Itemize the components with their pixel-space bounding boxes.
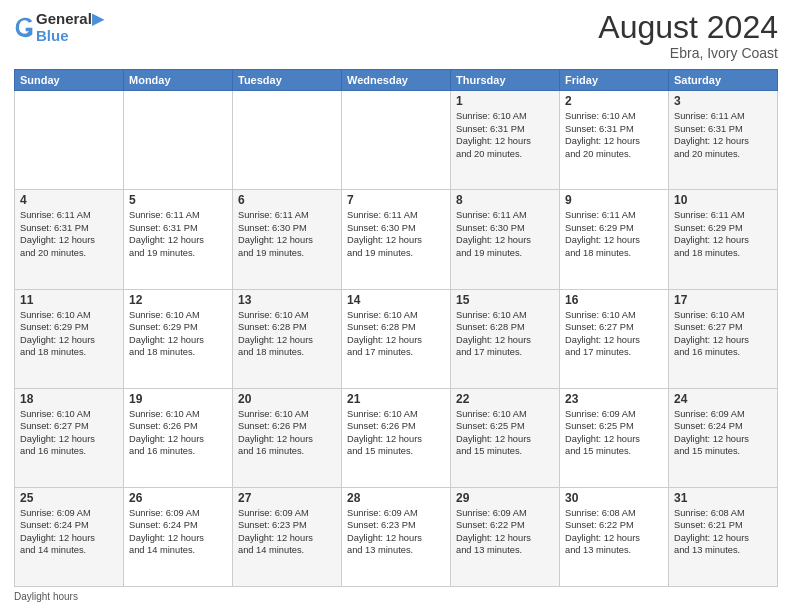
day-cell-0-1 [124, 91, 233, 190]
col-friday: Friday [560, 70, 669, 91]
day-number: 28 [347, 491, 445, 505]
day-info: Sunrise: 6:10 AM Sunset: 6:31 PM Dayligh… [565, 110, 663, 160]
day-info: Sunrise: 6:10 AM Sunset: 6:27 PM Dayligh… [674, 309, 772, 359]
day-info: Sunrise: 6:10 AM Sunset: 6:31 PM Dayligh… [456, 110, 554, 160]
week-row-5: 25Sunrise: 6:09 AM Sunset: 6:24 PM Dayli… [15, 487, 778, 586]
calendar-header-row: Sunday Monday Tuesday Wednesday Thursday… [15, 70, 778, 91]
day-info: Sunrise: 6:11 AM Sunset: 6:31 PM Dayligh… [674, 110, 772, 160]
day-number: 11 [20, 293, 118, 307]
day-cell-3-2: 20Sunrise: 6:10 AM Sunset: 6:26 PM Dayli… [233, 388, 342, 487]
day-info: Sunrise: 6:10 AM Sunset: 6:28 PM Dayligh… [456, 309, 554, 359]
day-number: 7 [347, 193, 445, 207]
col-monday: Monday [124, 70, 233, 91]
day-cell-2-0: 11Sunrise: 6:10 AM Sunset: 6:29 PM Dayli… [15, 289, 124, 388]
week-row-2: 4Sunrise: 6:11 AM Sunset: 6:31 PM Daylig… [15, 190, 778, 289]
day-info: Sunrise: 6:10 AM Sunset: 6:29 PM Dayligh… [129, 309, 227, 359]
calendar-table: Sunday Monday Tuesday Wednesday Thursday… [14, 69, 778, 587]
day-cell-4-2: 27Sunrise: 6:09 AM Sunset: 6:23 PM Dayli… [233, 487, 342, 586]
day-info: Sunrise: 6:09 AM Sunset: 6:25 PM Dayligh… [565, 408, 663, 458]
day-number: 20 [238, 392, 336, 406]
logo: General▶ Blue [14, 10, 104, 45]
location: Ebra, Ivory Coast [598, 45, 778, 61]
day-number: 31 [674, 491, 772, 505]
day-number: 15 [456, 293, 554, 307]
col-thursday: Thursday [451, 70, 560, 91]
day-info: Sunrise: 6:11 AM Sunset: 6:30 PM Dayligh… [456, 209, 554, 259]
day-info: Sunrise: 6:09 AM Sunset: 6:23 PM Dayligh… [238, 507, 336, 557]
week-row-4: 18Sunrise: 6:10 AM Sunset: 6:27 PM Dayli… [15, 388, 778, 487]
day-cell-3-3: 21Sunrise: 6:10 AM Sunset: 6:26 PM Dayli… [342, 388, 451, 487]
day-cell-3-0: 18Sunrise: 6:10 AM Sunset: 6:27 PM Dayli… [15, 388, 124, 487]
day-info: Sunrise: 6:09 AM Sunset: 6:24 PM Dayligh… [129, 507, 227, 557]
day-cell-2-2: 13Sunrise: 6:10 AM Sunset: 6:28 PM Dayli… [233, 289, 342, 388]
day-cell-3-5: 23Sunrise: 6:09 AM Sunset: 6:25 PM Dayli… [560, 388, 669, 487]
day-cell-0-4: 1Sunrise: 6:10 AM Sunset: 6:31 PM Daylig… [451, 91, 560, 190]
day-number: 13 [238, 293, 336, 307]
day-info: Sunrise: 6:09 AM Sunset: 6:23 PM Dayligh… [347, 507, 445, 557]
day-cell-0-5: 2Sunrise: 6:10 AM Sunset: 6:31 PM Daylig… [560, 91, 669, 190]
day-number: 21 [347, 392, 445, 406]
day-info: Sunrise: 6:10 AM Sunset: 6:27 PM Dayligh… [565, 309, 663, 359]
day-info: Sunrise: 6:11 AM Sunset: 6:29 PM Dayligh… [674, 209, 772, 259]
day-info: Sunrise: 6:08 AM Sunset: 6:21 PM Dayligh… [674, 507, 772, 557]
day-number: 29 [456, 491, 554, 505]
day-info: Sunrise: 6:11 AM Sunset: 6:30 PM Dayligh… [347, 209, 445, 259]
page: General▶ Blue August 2024 Ebra, Ivory Co… [0, 0, 792, 612]
day-number: 17 [674, 293, 772, 307]
day-info: Sunrise: 6:10 AM Sunset: 6:26 PM Dayligh… [347, 408, 445, 458]
day-info: Sunrise: 6:11 AM Sunset: 6:31 PM Dayligh… [129, 209, 227, 259]
day-cell-1-6: 10Sunrise: 6:11 AM Sunset: 6:29 PM Dayli… [669, 190, 778, 289]
col-sunday: Sunday [15, 70, 124, 91]
day-cell-2-5: 16Sunrise: 6:10 AM Sunset: 6:27 PM Dayli… [560, 289, 669, 388]
day-info: Sunrise: 6:10 AM Sunset: 6:25 PM Dayligh… [456, 408, 554, 458]
day-number: 19 [129, 392, 227, 406]
day-number: 4 [20, 193, 118, 207]
day-number: 24 [674, 392, 772, 406]
logo-text: General▶ Blue [36, 10, 104, 45]
day-cell-4-5: 30Sunrise: 6:08 AM Sunset: 6:22 PM Dayli… [560, 487, 669, 586]
day-info: Sunrise: 6:10 AM Sunset: 6:26 PM Dayligh… [129, 408, 227, 458]
day-cell-1-0: 4Sunrise: 6:11 AM Sunset: 6:31 PM Daylig… [15, 190, 124, 289]
day-info: Sunrise: 6:11 AM Sunset: 6:29 PM Dayligh… [565, 209, 663, 259]
day-info: Sunrise: 6:11 AM Sunset: 6:30 PM Dayligh… [238, 209, 336, 259]
day-cell-4-4: 29Sunrise: 6:09 AM Sunset: 6:22 PM Dayli… [451, 487, 560, 586]
footer-note: Daylight hours [14, 591, 778, 602]
day-number: 10 [674, 193, 772, 207]
col-wednesday: Wednesday [342, 70, 451, 91]
title-block: August 2024 Ebra, Ivory Coast [598, 10, 778, 61]
day-number: 9 [565, 193, 663, 207]
day-info: Sunrise: 6:10 AM Sunset: 6:28 PM Dayligh… [238, 309, 336, 359]
day-cell-3-4: 22Sunrise: 6:10 AM Sunset: 6:25 PM Dayli… [451, 388, 560, 487]
day-cell-3-1: 19Sunrise: 6:10 AM Sunset: 6:26 PM Dayli… [124, 388, 233, 487]
day-number: 8 [456, 193, 554, 207]
day-info: Sunrise: 6:09 AM Sunset: 6:22 PM Dayligh… [456, 507, 554, 557]
day-cell-2-3: 14Sunrise: 6:10 AM Sunset: 6:28 PM Dayli… [342, 289, 451, 388]
day-cell-0-2 [233, 91, 342, 190]
day-info: Sunrise: 6:11 AM Sunset: 6:31 PM Dayligh… [20, 209, 118, 259]
day-cell-4-6: 31Sunrise: 6:08 AM Sunset: 6:21 PM Dayli… [669, 487, 778, 586]
col-saturday: Saturday [669, 70, 778, 91]
col-tuesday: Tuesday [233, 70, 342, 91]
day-number: 18 [20, 392, 118, 406]
logo-icon [14, 16, 34, 38]
day-cell-2-1: 12Sunrise: 6:10 AM Sunset: 6:29 PM Dayli… [124, 289, 233, 388]
week-row-3: 11Sunrise: 6:10 AM Sunset: 6:29 PM Dayli… [15, 289, 778, 388]
day-info: Sunrise: 6:09 AM Sunset: 6:24 PM Dayligh… [674, 408, 772, 458]
day-info: Sunrise: 6:08 AM Sunset: 6:22 PM Dayligh… [565, 507, 663, 557]
day-info: Sunrise: 6:10 AM Sunset: 6:29 PM Dayligh… [20, 309, 118, 359]
day-cell-4-0: 25Sunrise: 6:09 AM Sunset: 6:24 PM Dayli… [15, 487, 124, 586]
week-row-1: 1Sunrise: 6:10 AM Sunset: 6:31 PM Daylig… [15, 91, 778, 190]
day-number: 30 [565, 491, 663, 505]
day-number: 22 [456, 392, 554, 406]
day-number: 23 [565, 392, 663, 406]
day-cell-4-3: 28Sunrise: 6:09 AM Sunset: 6:23 PM Dayli… [342, 487, 451, 586]
day-number: 3 [674, 94, 772, 108]
header: General▶ Blue August 2024 Ebra, Ivory Co… [14, 10, 778, 61]
day-number: 25 [20, 491, 118, 505]
day-cell-4-1: 26Sunrise: 6:09 AM Sunset: 6:24 PM Dayli… [124, 487, 233, 586]
day-number: 5 [129, 193, 227, 207]
day-cell-0-3 [342, 91, 451, 190]
day-number: 6 [238, 193, 336, 207]
day-cell-1-1: 5Sunrise: 6:11 AM Sunset: 6:31 PM Daylig… [124, 190, 233, 289]
day-cell-1-2: 6Sunrise: 6:11 AM Sunset: 6:30 PM Daylig… [233, 190, 342, 289]
